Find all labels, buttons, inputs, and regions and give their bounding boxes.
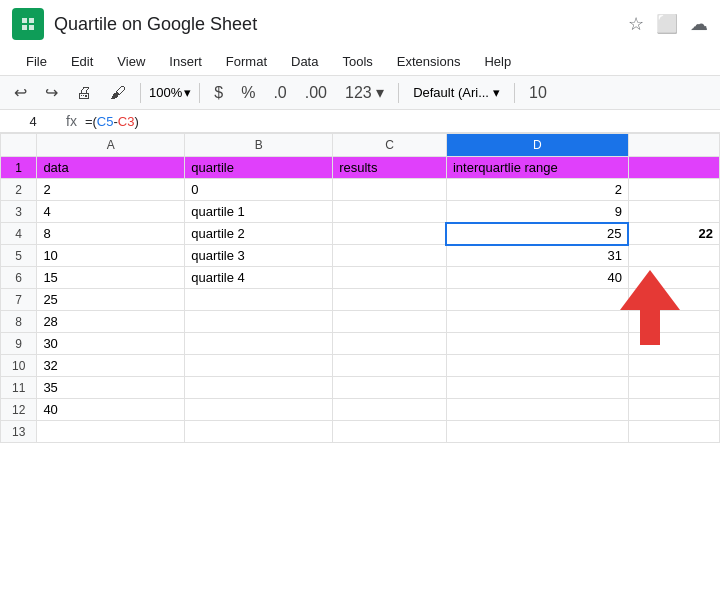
col-header-d[interactable]: D <box>446 134 628 157</box>
cell-b10[interactable] <box>185 355 333 377</box>
menu-data[interactable]: Data <box>281 50 328 73</box>
cell-d2[interactable]: 2 <box>446 179 628 201</box>
cell-e8[interactable] <box>628 311 719 333</box>
cell-c5[interactable] <box>333 245 447 267</box>
cell-b9[interactable] <box>185 333 333 355</box>
cell-d9[interactable] <box>446 333 628 355</box>
cell-c8[interactable] <box>333 311 447 333</box>
cell-a5[interactable]: 10 <box>37 245 185 267</box>
cell-e3[interactable] <box>628 201 719 223</box>
cell-a3[interactable]: 4 <box>37 201 185 223</box>
menu-tools[interactable]: Tools <box>332 50 382 73</box>
cell-b6[interactable]: quartile 4 <box>185 267 333 289</box>
cell-a12[interactable]: 40 <box>37 399 185 421</box>
cell-a10[interactable]: 32 <box>37 355 185 377</box>
col-header-c[interactable]: C <box>333 134 447 157</box>
cell-d1[interactable]: interquartlie range <box>446 157 628 179</box>
cell-d5[interactable]: 31 <box>446 245 628 267</box>
folder-icon[interactable]: ⬜ <box>656 13 678 35</box>
cloud-icon[interactable]: ☁ <box>690 13 708 35</box>
cell-d7[interactable] <box>446 289 628 311</box>
cell-a2[interactable]: 2 <box>37 179 185 201</box>
decimal-less-button[interactable]: .0 <box>267 81 292 105</box>
cell-d10[interactable] <box>446 355 628 377</box>
cell-b8[interactable] <box>185 311 333 333</box>
formula-c3: C3 <box>118 114 135 129</box>
font-selector[interactable]: Default (Ari... ▾ <box>407 83 506 102</box>
cell-c10[interactable] <box>333 355 447 377</box>
cell-a11[interactable]: 35 <box>37 377 185 399</box>
menu-view[interactable]: View <box>107 50 155 73</box>
more-formats-button[interactable]: 123 ▾ <box>339 80 390 105</box>
row-num-12: 12 <box>1 399 37 421</box>
menu-format[interactable]: Format <box>216 50 277 73</box>
cell-c6[interactable] <box>333 267 447 289</box>
cell-d4[interactable]: 25 <box>446 223 628 245</box>
format-paint-button[interactable]: 🖌 <box>104 81 132 105</box>
cell-a6[interactable]: 15 <box>37 267 185 289</box>
cell-e13[interactable] <box>628 421 719 443</box>
cell-b1[interactable]: quartile <box>185 157 333 179</box>
cell-c3[interactable] <box>333 201 447 223</box>
print-button[interactable]: 🖨 <box>70 81 98 105</box>
cell-e12[interactable] <box>628 399 719 421</box>
cell-c13[interactable] <box>333 421 447 443</box>
cell-a13[interactable] <box>37 421 185 443</box>
cell-e2[interactable] <box>628 179 719 201</box>
cell-c9[interactable] <box>333 333 447 355</box>
col-header-b[interactable]: B <box>185 134 333 157</box>
star-icon[interactable]: ☆ <box>628 13 644 35</box>
cell-a7[interactable]: 25 <box>37 289 185 311</box>
cell-a9[interactable]: 30 <box>37 333 185 355</box>
cell-d12[interactable] <box>446 399 628 421</box>
redo-button[interactable]: ↪ <box>39 80 64 105</box>
cell-b7[interactable] <box>185 289 333 311</box>
cell-d11[interactable] <box>446 377 628 399</box>
cell-e11[interactable] <box>628 377 719 399</box>
menu-extensions[interactable]: Extensions <box>387 50 471 73</box>
percent-button[interactable]: % <box>235 81 261 105</box>
cell-e7[interactable] <box>628 289 719 311</box>
cell-b5[interactable]: quartile 3 <box>185 245 333 267</box>
cell-e6[interactable] <box>628 267 719 289</box>
cell-a1[interactable]: data <box>37 157 185 179</box>
dollar-button[interactable]: $ <box>208 81 229 105</box>
menu-insert[interactable]: Insert <box>159 50 212 73</box>
cell-b12[interactable] <box>185 399 333 421</box>
col-header-a[interactable]: A <box>37 134 185 157</box>
cell-c1[interactable]: results <box>333 157 447 179</box>
cell-e4[interactable]: 22 <box>628 223 719 245</box>
cell-a4[interactable]: 8 <box>37 223 185 245</box>
cell-b11[interactable] <box>185 377 333 399</box>
formula-c5: C5 <box>97 114 114 129</box>
menu-bar: File Edit View Insert Format Data Tools … <box>0 48 720 75</box>
zoom-selector[interactable]: 100% ▾ <box>149 85 191 100</box>
menu-file[interactable]: File <box>16 50 57 73</box>
cell-b4[interactable]: quartile 2 <box>185 223 333 245</box>
cell-c12[interactable] <box>333 399 447 421</box>
cell-a8[interactable]: 28 <box>37 311 185 333</box>
cell-c2[interactable] <box>333 179 447 201</box>
col-header-e[interactable] <box>628 134 719 157</box>
cell-d13[interactable] <box>446 421 628 443</box>
cell-e9[interactable] <box>628 333 719 355</box>
menu-help[interactable]: Help <box>474 50 521 73</box>
cell-b2[interactable]: 0 <box>185 179 333 201</box>
cell-b3[interactable]: quartile 1 <box>185 201 333 223</box>
cell-e10[interactable] <box>628 355 719 377</box>
cell-c11[interactable] <box>333 377 447 399</box>
formula-input[interactable]: =(C5-C3) <box>85 114 712 129</box>
cell-d6[interactable]: 40 <box>446 267 628 289</box>
cell-c4[interactable] <box>333 223 447 245</box>
table-row: 13 <box>1 421 720 443</box>
cell-e1[interactable] <box>628 157 719 179</box>
cell-d3[interactable]: 9 <box>446 201 628 223</box>
font-size[interactable]: 10 <box>523 81 553 105</box>
cell-e5[interactable] <box>628 245 719 267</box>
cell-b13[interactable] <box>185 421 333 443</box>
undo-button[interactable]: ↩ <box>8 80 33 105</box>
decimal-more-button[interactable]: .00 <box>299 81 333 105</box>
menu-edit[interactable]: Edit <box>61 50 103 73</box>
cell-d8[interactable] <box>446 311 628 333</box>
cell-c7[interactable] <box>333 289 447 311</box>
